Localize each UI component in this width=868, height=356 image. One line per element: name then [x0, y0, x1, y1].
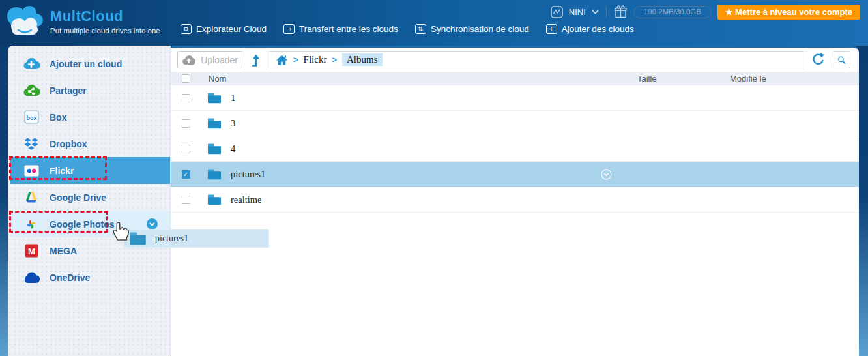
breadcrumb-flickr[interactable]: Flickr [304, 54, 327, 65]
app-header: MultCloud Put multiple cloud drives into… [0, 0, 868, 46]
search-button[interactable] [833, 51, 850, 68]
row-checkbox[interactable] [182, 145, 190, 153]
google-drive-icon [23, 190, 40, 205]
refresh-button[interactable] [811, 52, 826, 67]
upgrade-account-button[interactable]: ★ Mettre à niveau votre compte [717, 5, 860, 20]
file-name: realtime [231, 194, 262, 205]
refresh-icon [811, 52, 826, 67]
chevron-down-icon[interactable] [592, 10, 599, 14]
go-up-button[interactable] [250, 53, 263, 67]
file-name: 3 [231, 118, 235, 129]
sidebar-item-label: Google Photos [50, 219, 115, 230]
home-icon[interactable] [276, 54, 288, 66]
hand-cursor-icon [112, 221, 130, 241]
row-checkbox[interactable] [182, 94, 190, 102]
cloud-transfer-icon: → [283, 24, 295, 34]
sidebar-item-onedrive[interactable]: OneDrive [8, 264, 170, 291]
sidebar-item-share[interactable]: Partager [8, 77, 170, 104]
sidebar-item-label: MEGA [50, 246, 77, 256]
sidebar-item-label: Box [50, 112, 66, 123]
nav-label: Ajouter des clouds [562, 24, 634, 34]
onedrive-icon [23, 271, 40, 285]
toolbar: Uploader > Flickr > Albums [171, 48, 859, 72]
nav-label: Transfert entre les clouds [299, 24, 398, 34]
nav-cloud-transfer[interactable]: → Transfert entre les clouds [283, 24, 398, 34]
file-name: 4 [231, 143, 235, 155]
row-checkbox[interactable]: ✓ [182, 170, 190, 179]
flickr-icon [23, 164, 40, 178]
go-up-icon [250, 53, 263, 67]
svg-text:box: box [26, 115, 36, 121]
sidebar-item-add-cloud[interactable]: Ajouter un cloud [8, 50, 170, 77]
sidebar: Ajouter un cloud Partager [8, 46, 171, 356]
nav-label: Explorateur Cloud [196, 24, 267, 34]
upload-button[interactable]: Uploader [177, 51, 242, 68]
breadcrumb-albums[interactable]: Albums [342, 53, 383, 66]
table-header: Nom Taille Modifié le [171, 72, 859, 85]
column-header-name: Nom [201, 74, 637, 83]
sidebar-item-label: Flickr [50, 166, 74, 176]
file-name: pictures1 [231, 169, 265, 180]
cloud-sync-icon: ⇅ [415, 24, 426, 34]
folder-icon [207, 117, 222, 129]
brand-name: MultCloud [50, 9, 160, 23]
select-all-checkbox[interactable] [182, 74, 190, 83]
row-checkbox[interactable] [182, 196, 190, 204]
storage-usage[interactable]: 190.2MB/30.0GB [633, 6, 712, 18]
main-nav: ⚙ Explorateur Cloud → Transfert entre le… [181, 24, 634, 34]
nav-cloud-sync[interactable]: ⇅ Synchronisation de cloud [415, 24, 529, 34]
sidebar-item-dropbox[interactable]: Dropbox [8, 130, 170, 157]
sidebar-item-box[interactable]: box Box [8, 104, 170, 130]
file-row[interactable]: 1 [171, 85, 859, 111]
chevron-down-icon [149, 222, 155, 226]
drag-ghost: pictures1 [124, 229, 269, 248]
breadcrumb: > Flickr > Albums [270, 51, 803, 68]
nav-label: Synchronisation de cloud [431, 24, 529, 34]
row-checkbox[interactable] [182, 119, 190, 128]
row-options-button[interactable] [601, 169, 612, 180]
svg-text:M: M [28, 246, 35, 256]
file-browser: Uploader > Flickr > Albums [171, 46, 859, 356]
file-row[interactable]: 4 [171, 136, 859, 162]
drag-ghost-label: pictures1 [155, 233, 188, 244]
brand: MultCloud Put multiple cloud drives into… [3, 3, 160, 42]
folder-icon [207, 168, 222, 180]
sidebar-item-google-drive[interactable]: Google Drive [8, 184, 170, 211]
header-right: NINI 190.2MB/30.0GB ★ Mettre à niveau vo… [551, 4, 860, 20]
sidebar-item-label: Partager [50, 85, 87, 96]
nav-add-clouds[interactable]: + Ajouter des clouds [546, 24, 634, 34]
file-row[interactable]: realtime [171, 187, 859, 213]
dropbox-icon [23, 137, 40, 151]
google-photos-icon [23, 217, 40, 231]
folder-icon [207, 92, 222, 104]
expand-google-photos-button[interactable] [147, 218, 158, 230]
sidebar-item-label: Dropbox [50, 139, 87, 149]
sidebar-item-label: OneDrive [50, 273, 90, 283]
upload-cloud-icon [182, 55, 195, 65]
search-icon [837, 54, 846, 66]
file-row-selected[interactable]: ✓ pictures1 [171, 162, 859, 187]
box-icon: box [23, 110, 40, 125]
header-divider [606, 7, 607, 17]
file-row[interactable]: 3 [171, 111, 859, 136]
mega-icon: M [23, 244, 40, 258]
cloud-explorer-icon: ⚙ [181, 24, 192, 34]
column-header-modified: Modifié le [730, 74, 859, 83]
sidebar-item-label: Ajouter un cloud [50, 59, 122, 69]
brand-tagline: Put multiple cloud drives into one [50, 27, 160, 35]
multcloud-logo [3, 3, 46, 42]
add-clouds-icon: + [546, 24, 557, 34]
upload-button-label: Uploader [201, 55, 238, 65]
nav-cloud-explorer[interactable]: ⚙ Explorateur Cloud [181, 24, 267, 34]
cloud-list: Ajouter un cloud Partager [8, 50, 170, 291]
folder-icon [129, 231, 147, 245]
gift-icon[interactable] [614, 5, 628, 19]
breadcrumb-separator: > [332, 55, 337, 65]
column-header-size: Taille [637, 74, 730, 83]
share-cloud-icon [23, 83, 40, 98]
username[interactable]: NINI [569, 7, 586, 17]
sidebar-item-flickr[interactable]: Flickr [10, 157, 170, 184]
user-avatar-icon[interactable] [551, 6, 563, 18]
file-name: 1 [231, 93, 235, 104]
sidebar-item-label: Google Drive [50, 192, 106, 203]
